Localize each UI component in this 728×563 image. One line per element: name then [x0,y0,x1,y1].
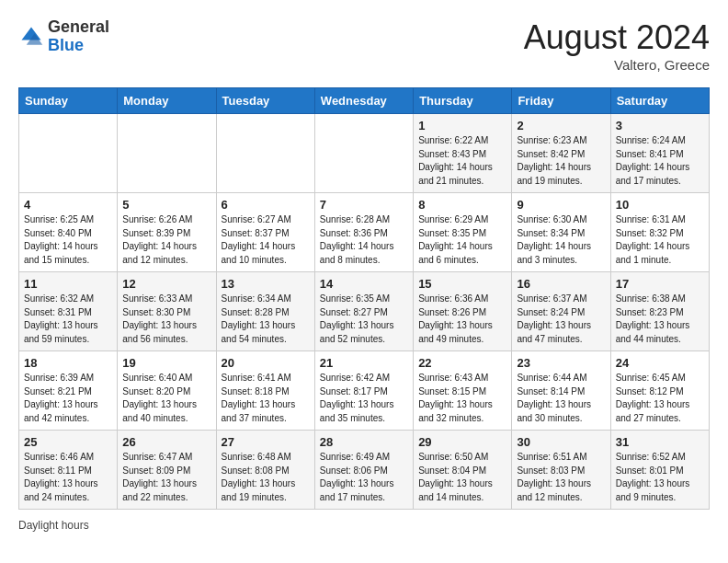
day-info: Sunrise: 6:40 AM Sunset: 8:20 PM Dayligh… [122,372,210,425]
calendar-cell [216,114,314,193]
calendar-cell: 21Sunrise: 6:42 AM Sunset: 8:17 PM Dayli… [314,351,413,431]
day-info: Sunrise: 6:29 AM Sunset: 8:35 PM Dayligh… [418,213,506,267]
day-number: 18 [24,356,112,370]
calendar-week-4: 25Sunrise: 6:46 AM Sunset: 8:11 PM Dayli… [19,431,710,510]
header-wednesday: Wednesday [314,88,413,114]
day-number: 7 [320,198,408,212]
day-info: Sunrise: 6:36 AM Sunset: 8:26 PM Dayligh… [418,293,506,346]
header-monday: Monday [118,88,216,114]
day-number: 12 [122,277,210,291]
calendar-cell: 1Sunrise: 6:22 AM Sunset: 8:43 PM Daylig… [414,114,512,193]
day-info: Sunrise: 6:44 AM Sunset: 8:14 PM Dayligh… [517,372,605,425]
calendar-cell: 4Sunrise: 6:25 AM Sunset: 8:40 PM Daylig… [19,193,118,272]
day-number: 14 [320,277,408,291]
day-number: 31 [616,435,704,449]
day-info: Sunrise: 6:30 AM Sunset: 8:34 PM Dayligh… [517,213,605,267]
calendar-cell: 7Sunrise: 6:28 AM Sunset: 8:36 PM Daylig… [314,193,413,272]
calendar-cell: 3Sunrise: 6:24 AM Sunset: 8:41 PM Daylig… [610,114,709,193]
day-info: Sunrise: 6:32 AM Sunset: 8:31 PM Dayligh… [24,293,112,346]
day-number: 15 [418,277,506,291]
day-number: 13 [222,277,310,291]
footer: Daylight hours [18,519,710,532]
header-friday: Friday [512,88,610,114]
day-number: 11 [24,277,112,291]
calendar-cell: 20Sunrise: 6:41 AM Sunset: 8:18 PM Dayli… [216,351,314,431]
calendar-table: SundayMondayTuesdayWednesdayThursdayFrid… [18,87,710,510]
header-saturday: Saturday [610,88,709,114]
day-info: Sunrise: 6:38 AM Sunset: 8:23 PM Dayligh… [616,293,704,346]
day-info: Sunrise: 6:43 AM Sunset: 8:15 PM Dayligh… [418,372,506,425]
day-number: 28 [320,435,408,449]
day-number: 4 [24,198,112,212]
calendar-cell: 13Sunrise: 6:34 AM Sunset: 8:28 PM Dayli… [216,272,314,351]
day-number: 26 [122,435,210,449]
day-number: 17 [616,277,704,291]
calendar-cell: 31Sunrise: 6:52 AM Sunset: 8:01 PM Dayli… [610,431,709,510]
header-sunday: Sunday [19,88,118,114]
day-number: 24 [616,356,704,370]
logo-icon [18,24,44,50]
day-info: Sunrise: 6:25 AM Sunset: 8:40 PM Dayligh… [24,213,112,267]
calendar-cell: 28Sunrise: 6:49 AM Sunset: 8:06 PM Dayli… [314,431,413,510]
logo-blue-text: Blue [48,36,84,54]
calendar-week-2: 11Sunrise: 6:32 AM Sunset: 8:31 PM Dayli… [19,272,710,351]
day-number: 19 [122,356,210,370]
day-info: Sunrise: 6:37 AM Sunset: 8:24 PM Dayligh… [517,293,605,346]
calendar-cell: 23Sunrise: 6:44 AM Sunset: 8:14 PM Dayli… [512,351,610,431]
calendar-week-3: 18Sunrise: 6:39 AM Sunset: 8:21 PM Dayli… [19,351,710,431]
month-year-title: August 2024 [524,18,710,57]
day-number: 20 [222,356,310,370]
day-number: 30 [517,435,605,449]
calendar-cell: 8Sunrise: 6:29 AM Sunset: 8:35 PM Daylig… [414,193,512,272]
day-number: 21 [320,356,408,370]
day-info: Sunrise: 6:28 AM Sunset: 8:36 PM Dayligh… [320,213,408,267]
calendar-cell: 29Sunrise: 6:50 AM Sunset: 8:04 PM Dayli… [414,431,512,510]
day-number: 6 [222,198,310,212]
day-info: Sunrise: 6:23 AM Sunset: 8:42 PM Dayligh… [517,134,605,188]
day-number: 3 [616,119,704,132]
calendar-week-0: 1Sunrise: 6:22 AM Sunset: 8:43 PM Daylig… [19,114,710,193]
day-number: 5 [122,198,210,212]
calendar-cell: 19Sunrise: 6:40 AM Sunset: 8:20 PM Dayli… [118,351,216,431]
calendar-cell: 15Sunrise: 6:36 AM Sunset: 8:26 PM Dayli… [414,272,512,351]
day-info: Sunrise: 6:22 AM Sunset: 8:43 PM Dayligh… [418,134,506,188]
day-info: Sunrise: 6:46 AM Sunset: 8:11 PM Dayligh… [24,451,112,504]
day-info: Sunrise: 6:31 AM Sunset: 8:32 PM Dayligh… [616,213,704,267]
day-info: Sunrise: 6:27 AM Sunset: 8:37 PM Dayligh… [222,213,310,267]
calendar-cell: 9Sunrise: 6:30 AM Sunset: 8:34 PM Daylig… [512,193,610,272]
day-number: 23 [517,356,605,370]
day-info: Sunrise: 6:26 AM Sunset: 8:39 PM Dayligh… [122,213,210,267]
calendar-cell: 14Sunrise: 6:35 AM Sunset: 8:27 PM Dayli… [314,272,413,351]
day-info: Sunrise: 6:33 AM Sunset: 8:30 PM Dayligh… [122,293,210,346]
day-info: Sunrise: 6:49 AM Sunset: 8:06 PM Dayligh… [320,451,408,504]
day-info: Sunrise: 6:47 AM Sunset: 8:09 PM Dayligh… [122,451,210,504]
calendar-cell: 16Sunrise: 6:37 AM Sunset: 8:24 PM Dayli… [512,272,610,351]
day-info: Sunrise: 6:35 AM Sunset: 8:27 PM Dayligh… [320,293,408,346]
calendar-cell: 10Sunrise: 6:31 AM Sunset: 8:32 PM Dayli… [610,193,709,272]
day-info: Sunrise: 6:48 AM Sunset: 8:08 PM Dayligh… [222,451,310,504]
logo: General Blue [18,18,109,55]
day-number: 22 [418,356,506,370]
calendar-cell: 25Sunrise: 6:46 AM Sunset: 8:11 PM Dayli… [19,431,118,510]
calendar-cell: 12Sunrise: 6:33 AM Sunset: 8:30 PM Dayli… [118,272,216,351]
day-number: 25 [24,435,112,449]
calendar-cell [19,114,118,193]
calendar-cell: 2Sunrise: 6:23 AM Sunset: 8:42 PM Daylig… [512,114,610,193]
day-info: Sunrise: 6:45 AM Sunset: 8:12 PM Dayligh… [616,372,704,425]
calendar-cell: 27Sunrise: 6:48 AM Sunset: 8:08 PM Dayli… [216,431,314,510]
day-info: Sunrise: 6:50 AM Sunset: 8:04 PM Dayligh… [418,451,506,504]
calendar-header-row: SundayMondayTuesdayWednesdayThursdayFrid… [19,88,710,114]
calendar-cell: 26Sunrise: 6:47 AM Sunset: 8:09 PM Dayli… [118,431,216,510]
header-thursday: Thursday [414,88,512,114]
header-tuesday: Tuesday [216,88,314,114]
calendar-cell: 18Sunrise: 6:39 AM Sunset: 8:21 PM Dayli… [19,351,118,431]
day-info: Sunrise: 6:52 AM Sunset: 8:01 PM Dayligh… [616,451,704,504]
location-subtitle: Valtero, Greece [524,57,710,73]
daylight-hours-label: Daylight hours [18,519,89,532]
calendar-cell: 11Sunrise: 6:32 AM Sunset: 8:31 PM Dayli… [19,272,118,351]
day-number: 10 [616,198,704,212]
day-info: Sunrise: 6:39 AM Sunset: 8:21 PM Dayligh… [24,372,112,425]
day-number: 27 [222,435,310,449]
day-number: 8 [418,198,506,212]
day-number: 1 [418,119,506,132]
